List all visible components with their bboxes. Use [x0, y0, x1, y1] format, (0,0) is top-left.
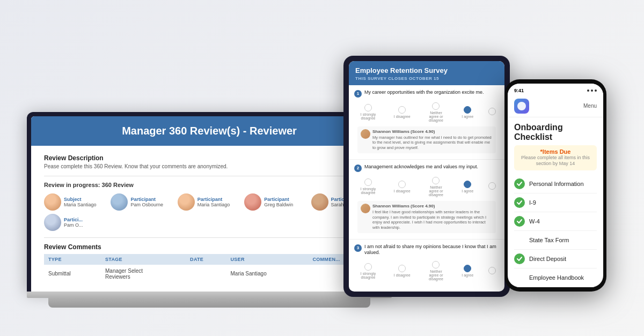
likert-circle[interactable]	[488, 182, 496, 190]
participant-card: Partici... Pam O...	[44, 214, 107, 231]
survey-question-1: 1 My career opportunities with the organ…	[349, 85, 504, 160]
phone-status-icons	[587, 89, 597, 92]
likert-option[interactable]: I strongly disagree	[357, 104, 379, 120]
checklist-label: Personal Information	[529, 181, 584, 187]
col-user: USER	[226, 254, 308, 265]
avatar	[244, 193, 261, 211]
check-icon-completed	[514, 253, 525, 264]
app-logo-inner	[517, 102, 526, 110]
likert-circle[interactable]	[398, 106, 406, 114]
laptop-base	[27, 292, 392, 298]
comment-avatar	[361, 129, 370, 139]
likert-scale[interactable]: I strongly disagree I disagree Neither a…	[354, 175, 499, 199]
check-icon-completed	[514, 216, 525, 227]
likert-option[interactable]: Neither agree or disagree	[425, 177, 447, 197]
likert-scale[interactable]: I strongly disagree I disagree Neither a…	[354, 259, 499, 282]
checklist-item-w4[interactable]: W-4	[514, 212, 597, 231]
question-number: 1	[354, 90, 362, 98]
checklist-item-i9[interactable]: I-9	[514, 193, 597, 212]
question-number: 2	[354, 165, 362, 172]
question-number: 3	[354, 244, 362, 252]
review-description-text: Pease complete this 360 Review. Know tha…	[44, 163, 375, 169]
phone-device: 9:41 Menu Onboarding Checkli	[504, 79, 606, 292]
checklist-item-state-tax[interactable]: State Tax Form	[514, 231, 597, 250]
participant-name: Greg Baldwin	[264, 202, 293, 207]
tablet-outer: Employee Retention Survey THIS SURVEY CL…	[343, 56, 510, 297]
comment-block: Shannon Williams (Score 4.90) My manager…	[357, 126, 496, 153]
checklist-item-direct-deposit[interactable]: Direct Deposit	[514, 250, 597, 268]
col-stage: STAGE	[101, 254, 186, 265]
likert-scale[interactable]: I strongly disagree I disagree Neither a…	[354, 100, 499, 124]
likert-option[interactable]	[488, 267, 496, 275]
app-logo	[514, 99, 529, 114]
menu-label[interactable]: Menu	[583, 103, 597, 109]
cell-type: Submittal	[44, 265, 101, 283]
survey-question-3: 3 I am not afraid to share my opinions b…	[349, 240, 504, 282]
participant-role: Participant	[264, 197, 293, 202]
review-description-title: Review Description	[44, 154, 375, 162]
checkmark-icon	[516, 218, 523, 225]
likert-circle[interactable]	[432, 177, 440, 184]
likert-option[interactable]: I agree	[462, 181, 473, 193]
scene: Manager 360 Review(s) - Reviewer Review …	[27, 13, 617, 324]
items-due-banner: *Items Due Please complete all items in …	[514, 145, 597, 170]
check-icon-completed	[514, 197, 525, 208]
avatar	[178, 193, 195, 211]
likert-option[interactable]: Neither agree or disagree	[425, 102, 447, 122]
likert-circle-selected[interactable]	[464, 106, 471, 114]
cell-user: Maria Santiago	[226, 265, 308, 283]
checklist-label: I-9	[529, 199, 536, 206]
phone-time: 9:41	[514, 88, 524, 93]
laptop-device: Manager 360 Review(s) - Reviewer Review …	[27, 112, 392, 308]
laptop-title: Manager 360 Review(s) - Reviewer	[122, 125, 297, 137]
likert-option[interactable]: I agree	[462, 106, 473, 118]
comments-table: TYPE STAGE DATE USER COMMEN... Submittal…	[44, 254, 375, 283]
likert-circle[interactable]	[364, 104, 372, 111]
likert-option[interactable]: I disagree	[394, 265, 411, 277]
likert-circle[interactable]	[432, 102, 440, 110]
participant-name: Pam Osbourne	[130, 202, 163, 207]
likert-option[interactable]: Neither agree or disagree	[425, 261, 447, 281]
likert-circle-selected[interactable]	[464, 181, 471, 188]
checklist-label: Direct Deposit	[529, 256, 566, 262]
wifi-icon	[591, 89, 593, 92]
likert-option[interactable]: I agree	[462, 265, 473, 277]
checklist-label: State Tax Form	[529, 237, 569, 243]
likert-option[interactable]: I disagree	[394, 181, 411, 193]
likert-option[interactable]	[488, 182, 496, 191]
battery-icon	[595, 89, 597, 92]
participant-card: Participant Greg Baldwin	[244, 193, 308, 211]
checklist-label: Employee Handbook	[529, 274, 584, 281]
checklist-item-handbook[interactable]: Employee Handbook	[514, 268, 597, 287]
participant-card: Participant Maria Santiago	[178, 193, 241, 211]
laptop-screen-wrapper: Manager 360 Review(s) - Reviewer Review …	[27, 112, 392, 292]
likert-option[interactable]: I strongly disagree	[357, 263, 379, 279]
laptop-header: Manager 360 Review(s) - Reviewer	[31, 116, 387, 146]
divider-1	[44, 176, 375, 176]
comment-author: Shannon Williams (Score 4.90)	[372, 129, 493, 134]
onboarding-title: Onboarding Checklist	[514, 123, 597, 142]
likert-circle[interactable]	[488, 108, 496, 115]
comment-block: Shannon Williams (Score 4.90) I feel lik…	[357, 201, 496, 233]
participant-role: Partici...	[64, 217, 83, 222]
avatar	[111, 193, 128, 211]
items-due-title: *Items Due	[518, 148, 592, 155]
check-icon-completed	[514, 178, 525, 189]
participant-name: Maria Santiago	[197, 202, 230, 207]
checkmark-icon	[516, 256, 523, 262]
question-text: My career opportunities with the organiz…	[364, 89, 484, 96]
survey-question-2: 2 Management acknowledges me and values …	[349, 160, 504, 240]
phone-screen: 9:41 Menu Onboarding Checkli	[508, 84, 603, 287]
participant-card: Subject Maria Santiago	[44, 193, 107, 211]
likert-option[interactable]: I disagree	[394, 106, 411, 118]
checklist-item-personal-info[interactable]: Personal Information	[514, 175, 597, 193]
likert-circle[interactable]	[398, 181, 406, 188]
likert-option[interactable]: I strongly disagree	[357, 178, 379, 195]
likert-label: I agree	[462, 115, 473, 118]
likert-option[interactable]	[488, 108, 496, 116]
laptop-screen: Manager 360 Review(s) - Reviewer Review …	[31, 116, 387, 292]
likert-label: I disagree	[394, 115, 411, 118]
likert-circle[interactable]	[364, 178, 372, 186]
participant-name: Maria Santiago	[64, 202, 97, 207]
comment-avatar	[361, 204, 370, 213]
